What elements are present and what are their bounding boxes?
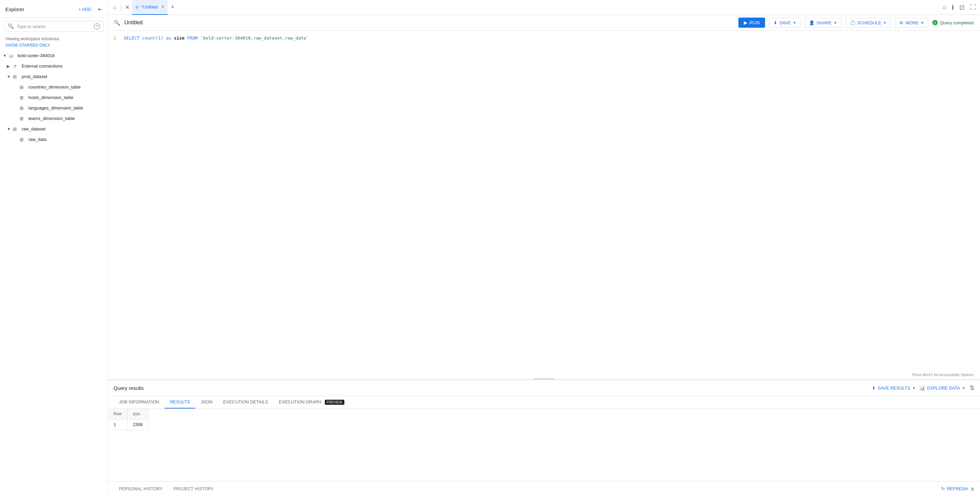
more-button[interactable]: ⋮ bbox=[98, 94, 105, 101]
tree-item-external-connections[interactable]: ▶ ↗ External connections ⋮ bbox=[0, 61, 108, 71]
more-button[interactable]: ⚙ MORE ▼ bbox=[895, 18, 928, 28]
fullscreen-icon[interactable]: ⛶ bbox=[969, 2, 977, 12]
tab-untitled[interactable]: ⊙ *Untitled ✕ bbox=[132, 0, 167, 15]
close-active-tab-button[interactable]: ✕ bbox=[161, 5, 164, 9]
close-tab-button[interactable]: ✕ bbox=[124, 3, 131, 12]
more-button[interactable]: ⋮ bbox=[98, 114, 105, 122]
tab-job-information[interactable]: JOB INFORMATION bbox=[113, 396, 165, 409]
preview-badge: PREVIEW bbox=[325, 400, 344, 405]
alias-size: size bbox=[174, 35, 185, 41]
table-icon: ⊞ bbox=[20, 95, 26, 100]
star-button[interactable]: ☆ bbox=[92, 84, 98, 91]
link-icon: ↗ bbox=[13, 64, 20, 69]
scrollbar[interactable] bbox=[534, 378, 554, 380]
chevron-icon: ▶ bbox=[7, 64, 13, 68]
tree-item-countries[interactable]: ▶ ⊞ countries_dimension_table ☆ ⋮ bbox=[0, 82, 108, 92]
explore-data-button[interactable]: 📊 EXPLORE DATA ▼ bbox=[920, 386, 966, 391]
expand-results-button[interactable]: ⇅ bbox=[969, 384, 975, 392]
home-button[interactable]: ⌂ bbox=[111, 2, 118, 13]
more-button[interactable]: ⋮ bbox=[98, 62, 105, 70]
download-icon: ⬇ bbox=[872, 386, 876, 391]
search-input[interactable] bbox=[17, 24, 91, 29]
add-tab-button[interactable]: + bbox=[169, 2, 177, 13]
tabs-bar: ⌂ | ✕ ⊙ *Untitled ✕ + ⌂ ℹ ⊡ ⛶ bbox=[108, 0, 980, 15]
explore-label: EXPLORE DATA bbox=[927, 386, 960, 391]
star-button[interactable]: ☆ bbox=[92, 115, 98, 122]
tab-label: JOB INFORMATION bbox=[119, 399, 159, 404]
show-starred-link[interactable]: SHOW STARRED ONLY bbox=[5, 43, 50, 48]
save-results-dropdown-icon: ▼ bbox=[912, 386, 915, 390]
results-actions: ⬇ SAVE RESULTS ▼ 📊 EXPLORE DATA ▼ ⇅ bbox=[872, 384, 975, 392]
results-header: Query results ⬇ SAVE RESULTS ▼ 📊 EXPLORE… bbox=[108, 380, 980, 396]
workspace-label: Viewing workspace resources. bbox=[0, 35, 108, 42]
table-header-row: Row size bbox=[108, 409, 148, 419]
tree-item-teams[interactable]: ▶ ⊞ teams_dimension_table ☆ ⋮ bbox=[0, 113, 108, 124]
explore-dropdown-icon: ▼ bbox=[962, 386, 966, 390]
more-button[interactable]: ⋮ bbox=[98, 104, 105, 112]
results-title: Query results bbox=[113, 385, 867, 391]
star-button[interactable]: ☆ bbox=[92, 105, 98, 111]
cell-size-value: 2308 bbox=[127, 419, 148, 430]
editor-wrapper: 🔍 Untitled ▶ RUN ⬇ SAVE ▼ 👤 SHARE bbox=[108, 15, 980, 380]
help-icon[interactable]: ? bbox=[94, 23, 100, 29]
tab-execution-details[interactable]: EXECUTION DETAILS bbox=[218, 396, 274, 409]
more-button[interactable]: ⋮ bbox=[98, 135, 105, 143]
save-dropdown-icon: ▼ bbox=[793, 21, 796, 25]
line-number: 1 bbox=[113, 35, 124, 42]
tab-json[interactable]: JSON bbox=[195, 396, 218, 409]
tree-item-languages[interactable]: ▶ ⊞ languages_dimension_table ☆ ⋮ bbox=[0, 103, 108, 113]
history-actions: ↻ REFRESH ∧ bbox=[941, 485, 975, 492]
more-button[interactable]: ⋮ bbox=[98, 125, 105, 133]
share-button[interactable]: 👤 SHARE ▼ bbox=[805, 18, 842, 28]
tree-item-label: raw_data bbox=[29, 137, 92, 142]
tree-item-label: prod_dataset bbox=[22, 74, 92, 79]
column-label-size: size bbox=[133, 412, 140, 416]
status-dot bbox=[932, 20, 938, 25]
save-button[interactable]: ⬇ SAVE ▼ bbox=[769, 18, 800, 28]
tab-label: EXECUTION DETAILS bbox=[223, 399, 268, 404]
save-results-button[interactable]: ⬇ SAVE RESULTS ▼ bbox=[872, 386, 915, 391]
tree-item-raw-data[interactable]: ▶ ⊞ raw_data ☆ ⋮ bbox=[0, 134, 108, 145]
keyword-select: SELECT bbox=[124, 35, 140, 41]
schedule-icon: 🕐 bbox=[850, 20, 855, 25]
split-view-icon[interactable]: ⊡ bbox=[958, 2, 966, 13]
tab-label: JSON bbox=[201, 399, 213, 404]
schedule-dropdown-icon: ▼ bbox=[883, 21, 887, 25]
chevron-icon: ▼ bbox=[7, 127, 13, 132]
tab-results[interactable]: RESULTS bbox=[165, 396, 195, 409]
code-editor[interactable]: 1 SELECT count(1) as size FROM `bold-sor… bbox=[108, 31, 980, 380]
code-content: SELECT count(1) as size FROM `bold-sorte… bbox=[124, 35, 309, 42]
collapse-history-button[interactable]: ∧ bbox=[970, 485, 975, 492]
home-nav-icon[interactable]: ⌂ bbox=[941, 2, 948, 12]
tab-project-history[interactable]: PROJECT HISTORY bbox=[168, 482, 219, 495]
run-button[interactable]: ▶ RUN bbox=[738, 17, 765, 28]
star-button[interactable]: ☆ bbox=[92, 94, 98, 101]
info-icon[interactable]: ℹ bbox=[950, 2, 955, 13]
refresh-button[interactable]: ↻ REFRESH bbox=[941, 486, 968, 491]
add-button[interactable]: + ADD bbox=[76, 5, 94, 13]
tree-item-raw-dataset[interactable]: ▼ ⊞ raw_dataset ☆ ⋮ bbox=[0, 124, 108, 134]
collapse-sidebar-button[interactable]: ⇤ bbox=[97, 5, 104, 14]
keyword-from: FROM bbox=[187, 35, 198, 41]
more-button[interactable]: ⋮ bbox=[98, 52, 105, 59]
star-button[interactable]: ☆ bbox=[92, 52, 98, 59]
star-button[interactable]: ☆ bbox=[92, 136, 98, 143]
tree-item-bold-sorter[interactable]: ▼ 🗂 bold-sorter-384018 ☆ ⋮ bbox=[0, 50, 108, 61]
tab-execution-graph[interactable]: EXECUTION GRAPH PREVIEW bbox=[274, 396, 349, 409]
save-icon: ⬇ bbox=[773, 20, 777, 25]
col-resize-handle-size[interactable] bbox=[147, 409, 148, 419]
more-button[interactable]: ⋮ bbox=[98, 73, 105, 80]
tree-item-label: countries_dimension_table bbox=[29, 84, 92, 89]
tab-personal-history[interactable]: PERSONAL HISTORY bbox=[113, 482, 168, 495]
star-button[interactable]: ☆ bbox=[92, 126, 98, 132]
more-label: MORE bbox=[905, 20, 918, 25]
schedule-button[interactable]: 🕐 SCHEDULE ▼ bbox=[845, 18, 891, 28]
col-resize-handle[interactable] bbox=[126, 409, 127, 419]
tab-label: PROJECT HISTORY bbox=[173, 486, 214, 491]
gear-icon: ⚙ bbox=[899, 20, 903, 25]
tree-item-hosts[interactable]: ▶ ⊞ hosts_dimension_table ☆ ⋮ bbox=[0, 92, 108, 103]
top-right-icons: ⌂ ℹ ⊡ ⛶ bbox=[941, 2, 977, 13]
more-button[interactable]: ⋮ bbox=[98, 83, 105, 91]
tree-item-prod-dataset[interactable]: ▼ ⊞ prod_dataset ☆ ⋮ bbox=[0, 71, 108, 82]
star-button[interactable]: ☆ bbox=[92, 73, 98, 80]
